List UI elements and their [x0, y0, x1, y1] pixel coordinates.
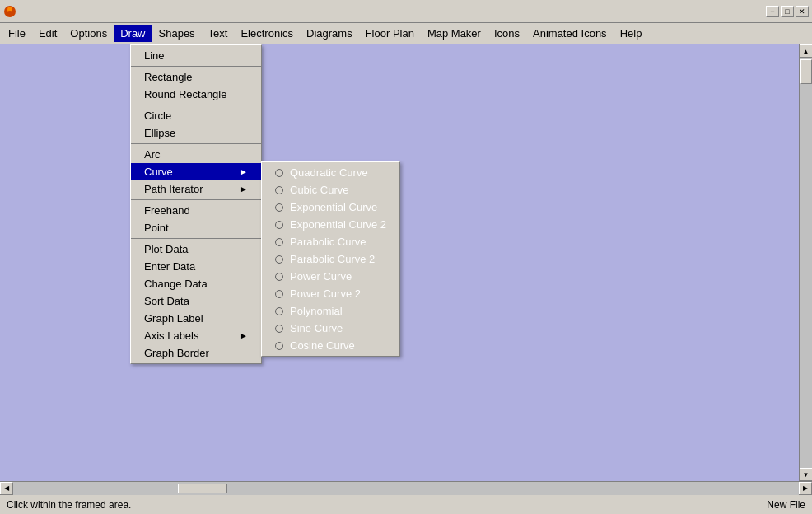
menu-icons[interactable]: Icons — [488, 25, 526, 42]
scroll-track-v[interactable] — [800, 58, 813, 468]
scroll-right-button[interactable]: ▶ — [799, 482, 812, 495]
scroll-left-button[interactable]: ◀ — [0, 482, 13, 495]
scroll-thumb-v[interactable] — [800, 59, 812, 84]
radio-exponential — [275, 203, 283, 212]
draw-freehand[interactable]: Freehand — [131, 202, 261, 219]
menu-diagrams[interactable]: Diagrams — [300, 25, 359, 42]
separator-2 — [131, 105, 261, 105]
close-button[interactable]: ✕ — [796, 6, 809, 17]
draw-change-data[interactable]: Change Data — [131, 275, 261, 292]
scroll-track-h[interactable] — [13, 482, 799, 495]
draw-axis-labels[interactable]: Axis Labels ► — [131, 327, 261, 344]
curve-parabolic2[interactable]: Parabolic Curve 2 — [262, 250, 399, 268]
menu-edit[interactable]: Edit — [32, 25, 63, 42]
curve-cosine-label: Cosine Curve — [290, 339, 355, 352]
curve-exponential2-label: Exponential Curve 2 — [290, 218, 386, 231]
curve-power2[interactable]: Power Curve 2 — [262, 285, 399, 302]
curve-cubic[interactable]: Cubic Curve — [262, 181, 399, 199]
curve-cosine[interactable]: Cosine Curve — [262, 337, 399, 354]
minimize-button[interactable]: − — [766, 6, 779, 17]
menu-electronics[interactable]: Electronics — [234, 25, 300, 42]
curve-power-label: Power Curve — [290, 270, 352, 283]
draw-path-iterator[interactable]: Path Iterator ► — [131, 180, 261, 198]
draw-enter-data[interactable]: Enter Data — [131, 258, 261, 275]
menu-shapes[interactable]: Shapes — [152, 25, 202, 42]
curve-parabolic-label: Parabolic Curve — [290, 236, 366, 248]
title-bar-controls: − □ ✕ — [766, 6, 809, 17]
menu-animatedicons[interactable]: Animated Icons — [526, 25, 614, 42]
curve-quadratic[interactable]: Quadratic Curve — [262, 164, 399, 181]
curve-label: Curve — [144, 166, 173, 178]
menu-draw[interactable]: Draw — [114, 25, 152, 42]
scroll-down-button[interactable]: ▼ — [800, 468, 813, 481]
scrollbar-horizontal: ◀ ▶ — [0, 481, 812, 494]
status-right: New File — [767, 499, 805, 511]
radio-power2 — [275, 290, 283, 298]
curve-sine-label: Sine Curve — [290, 322, 343, 334]
draw-rectangle[interactable]: Rectangle — [131, 68, 261, 86]
menu-file[interactable]: File — [2, 25, 32, 42]
curve-sine[interactable]: Sine Curve — [262, 320, 399, 337]
curve-polynomial[interactable]: Polynomial — [262, 302, 399, 320]
maximize-button[interactable]: □ — [781, 6, 794, 17]
draw-curve[interactable]: Curve ► Quadratic Curve Cubic Curve Expo… — [131, 163, 261, 180]
curve-exponential2[interactable]: Exponential Curve 2 — [262, 216, 399, 233]
curve-power2-label: Power Curve 2 — [290, 287, 361, 300]
separator-1 — [131, 66, 261, 67]
curve-submenu: Quadratic Curve Cubic Curve Exponential … — [261, 161, 400, 357]
radio-parabolic — [275, 238, 283, 246]
draw-ellipse[interactable]: Ellipse — [131, 124, 261, 142]
draw-round-rectangle[interactable]: Round Rectangle — [131, 86, 261, 103]
draw-arc[interactable]: Arc — [131, 146, 261, 163]
curve-power[interactable]: Power Curve — [262, 268, 399, 285]
radio-power — [275, 273, 283, 281]
curve-exponential[interactable]: Exponential Curve — [262, 199, 399, 216]
draw-sort-data[interactable]: Sort Data — [131, 292, 261, 310]
curve-exponential-label: Exponential Curve — [290, 201, 377, 213]
axis-labels-label: Axis Labels — [144, 329, 198, 342]
axis-labels-arrow: ► — [240, 331, 248, 340]
scroll-thumb-h[interactable] — [178, 484, 227, 493]
draw-graph-border[interactable]: Graph Border — [131, 344, 261, 362]
curve-cubic-label: Cubic Curve — [290, 184, 349, 196]
menu-mapmaker[interactable]: Map Maker — [421, 25, 488, 42]
scrollbar-vertical: ▲ ▼ — [799, 44, 812, 481]
radio-quadratic — [275, 169, 283, 177]
curve-parabolic2-label: Parabolic Curve 2 — [290, 253, 375, 265]
draw-graph-label[interactable]: Graph Label — [131, 310, 261, 327]
curve-quadratic-label: Quadratic Curve — [290, 166, 368, 179]
separator-3 — [131, 143, 261, 144]
scroll-up-button[interactable]: ▲ — [800, 44, 813, 58]
separator-5 — [131, 238, 261, 239]
menu-floorplan[interactable]: Floor Plan — [359, 25, 421, 42]
separator-4 — [131, 199, 261, 200]
draw-plot-data[interactable]: Plot Data — [131, 241, 261, 258]
draw-circle[interactable]: Circle — [131, 107, 261, 124]
curve-polynomial-label: Polynomial — [290, 305, 343, 317]
menu-help[interactable]: Help — [614, 25, 649, 42]
radio-cubic — [275, 186, 283, 194]
menu-text[interactable]: Text — [202, 25, 235, 42]
app-icon — [3, 5, 16, 18]
svg-point-2 — [7, 11, 13, 16]
menu-options[interactable]: Options — [63, 25, 114, 42]
menu-bar: File Edit Options Draw Shapes Text Elect… — [0, 23, 812, 44]
radio-polynomial — [275, 307, 283, 315]
draw-dropdown: Line Rectangle Round Rectangle Circle El… — [130, 44, 262, 364]
radio-cosine — [275, 342, 283, 350]
title-bar: − □ ✕ — [0, 0, 812, 23]
draw-point[interactable]: Point — [131, 219, 261, 236]
radio-sine — [275, 325, 283, 333]
radio-parabolic2 — [275, 255, 283, 264]
bottom-section: ◀ ▶ Click within the framed area. New Fi… — [0, 481, 812, 514]
main-area: ▲ ▼ — [0, 44, 812, 481]
path-iterator-label: Path Iterator — [144, 183, 203, 195]
path-iterator-arrow: ► — [240, 185, 248, 194]
draw-line[interactable]: Line — [131, 47, 261, 64]
status-bar: Click within the framed area. New File — [0, 494, 812, 514]
status-left: Click within the framed area. — [7, 499, 131, 511]
radio-exponential2 — [275, 221, 283, 229]
curve-arrow: ► — [240, 167, 248, 176]
curve-parabolic[interactable]: Parabolic Curve — [262, 233, 399, 250]
title-bar-left — [3, 5, 21, 18]
